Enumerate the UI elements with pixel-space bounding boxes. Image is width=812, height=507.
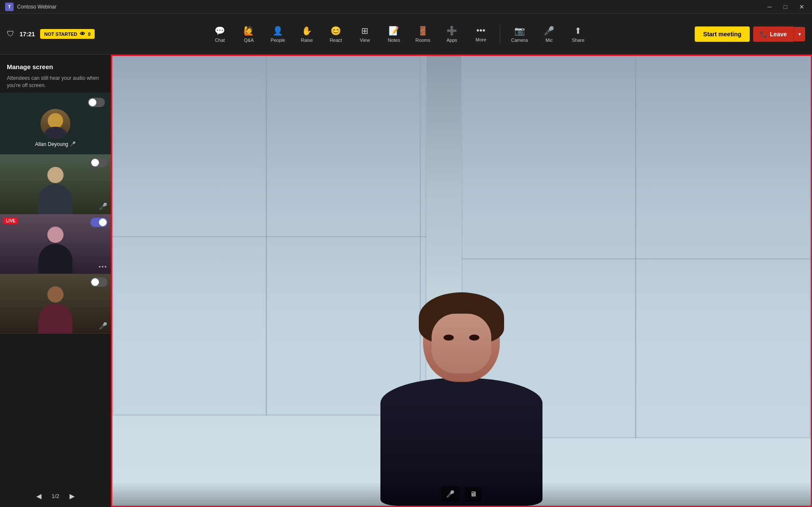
manage-screen-desc: Attendees can still hear your audio when… [7, 75, 104, 89]
eye-right [469, 335, 479, 341]
apps-icon: ➕ [447, 26, 457, 36]
person-woman1 [41, 214, 70, 274]
toggle-man1[interactable] [90, 158, 107, 167]
apps-button[interactable]: ➕ Apps [438, 22, 466, 46]
app-logo: T [5, 3, 14, 11]
camera-icon: 📷 [514, 26, 525, 36]
share-label: Share [572, 38, 584, 43]
sidebar: Manage screen Attendees can still hear y… [0, 55, 111, 507]
video-mic-button[interactable]: 🎤 [441, 487, 460, 501]
leave-dropdown-button[interactable]: ▾ [794, 27, 805, 41]
raise-icon: ✋ [302, 26, 312, 36]
manage-screen-title: Manage screen [7, 63, 104, 70]
next-page-button[interactable]: ▶ [66, 490, 78, 502]
react-icon: 😊 [331, 26, 341, 36]
toggle-woman2-container [90, 277, 107, 288]
head-woman2 [47, 286, 64, 303]
leave-button-group: 📞 Leave ▾ [753, 26, 805, 42]
body-woman2 [38, 303, 72, 333]
notes-button[interactable]: 📝 Notes [380, 22, 408, 46]
main-video-area: 🎤 🖥 [111, 55, 812, 507]
mic-icon: 🎤 [544, 26, 554, 36]
view-icon: ⊞ [361, 26, 368, 36]
leave-label: Leave [770, 31, 787, 38]
attendee-count: 0 [88, 32, 90, 37]
rooms-button[interactable]: 🚪 Rooms [409, 22, 437, 46]
start-meeting-button[interactable]: Start meeting [695, 26, 750, 42]
main-video-background [112, 56, 811, 506]
video-screenshare-icon: 🖥 [470, 490, 477, 498]
title-bar: T Contoso Webinar ─ □ ✕ [0, 0, 812, 14]
view-button[interactable]: ⊞ View [351, 22, 379, 46]
qa-button[interactable]: 🙋 Q&A [235, 22, 263, 46]
people-button[interactable]: 👤 People [264, 22, 292, 46]
raise-button[interactable]: ✋ Raise [293, 22, 321, 46]
close-button[interactable]: ✕ [797, 3, 807, 11]
name-allan: Allan Deyoung 🎤 [35, 141, 76, 147]
avatar-allan [41, 109, 70, 139]
toolbar-divider [500, 26, 500, 43]
chat-icon: 💬 [215, 26, 225, 36]
person-woman2 [41, 274, 70, 333]
toggle-woman2[interactable] [90, 277, 107, 287]
more-icon: ••• [476, 26, 485, 35]
notes-label: Notes [388, 38, 400, 43]
window-controls: ─ □ ✕ [765, 3, 807, 11]
main-presenter-face [432, 314, 491, 373]
prev-page-button[interactable]: ◀ [33, 490, 45, 502]
maximize-button[interactable]: □ [781, 3, 790, 11]
mic-button[interactable]: 🎤 Mic [536, 22, 563, 46]
more-label: More [476, 37, 486, 42]
toolbar-center-section: 💬 Chat 🙋 Q&A 👤 People ✋ Raise 😊 React ⊞ … [103, 22, 694, 46]
qa-label: Q&A [244, 38, 254, 43]
mic-icon-man1: 🎤 [99, 202, 107, 210]
main-video-controls: 🎤 🖥 [112, 482, 811, 506]
toggle-woman1-container [90, 218, 107, 229]
head-man1 [47, 167, 64, 183]
mic-icon-woman2: 🎤 [99, 322, 107, 330]
people-icon: 👤 [273, 26, 283, 36]
manage-screen-header: Manage screen Attendees can still hear y… [0, 55, 111, 93]
video-card-woman2: 🎤 [0, 274, 111, 334]
video-screenshare-button[interactable]: 🖥 [465, 487, 482, 501]
camera-button[interactable]: 📷 Camera [505, 22, 534, 46]
main-content: Manage screen Attendees can still hear y… [0, 55, 812, 507]
minimize-button[interactable]: ─ [765, 3, 774, 11]
more-options-icon[interactable]: ••• [99, 263, 107, 270]
toolbar-right-section: Start meeting 📞 Leave ▾ [695, 26, 805, 42]
person-man1 [41, 154, 70, 214]
video-card-woman1: LIVE ••• [0, 214, 111, 274]
shield-icon: 🛡 [7, 29, 14, 38]
mic-label: Mic [545, 38, 553, 43]
more-button[interactable]: ••• More [467, 22, 495, 46]
main-presenter-person [355, 101, 568, 506]
head-woman1 [47, 227, 64, 243]
title-bar-left: T Contoso Webinar [5, 3, 57, 11]
main-presenter-head [423, 297, 500, 382]
chat-button[interactable]: 💬 Chat [206, 22, 234, 46]
live-badge: LIVE [3, 218, 18, 224]
page-info: 1/2 [52, 493, 59, 499]
share-icon: ⬆ [574, 26, 582, 36]
pagination: ◀ 1/2 ▶ [0, 485, 111, 507]
react-button[interactable]: 😊 React [322, 22, 350, 46]
not-started-badge[interactable]: NOT STARTED 👁 0 [40, 29, 95, 39]
notes-icon: 📝 [389, 26, 399, 36]
toggle-woman1[interactable] [90, 218, 107, 227]
eye-icon: 👁 [80, 31, 85, 37]
body-woman1 [38, 244, 72, 274]
rooms-label: Rooms [415, 38, 430, 43]
mic-muted-icon-allan: 🎤 [70, 141, 76, 147]
not-started-label: NOT STARTED [44, 32, 77, 37]
toolbar-left-section: 🛡 17:21 NOT STARTED 👁 0 [7, 29, 95, 39]
toggle-allan[interactable] [88, 98, 105, 107]
body-man1 [38, 184, 72, 214]
window-title: Contoso Webinar [17, 4, 57, 10]
toggle-man1-container [90, 158, 107, 169]
chat-label: Chat [215, 38, 225, 43]
leave-phone-icon: 📞 [760, 31, 767, 38]
video-mic-icon: 🎤 [446, 490, 455, 498]
leave-button[interactable]: 📞 Leave [753, 26, 794, 42]
qa-icon: 🙋 [244, 26, 254, 36]
share-button[interactable]: ⬆ Share [565, 22, 592, 46]
